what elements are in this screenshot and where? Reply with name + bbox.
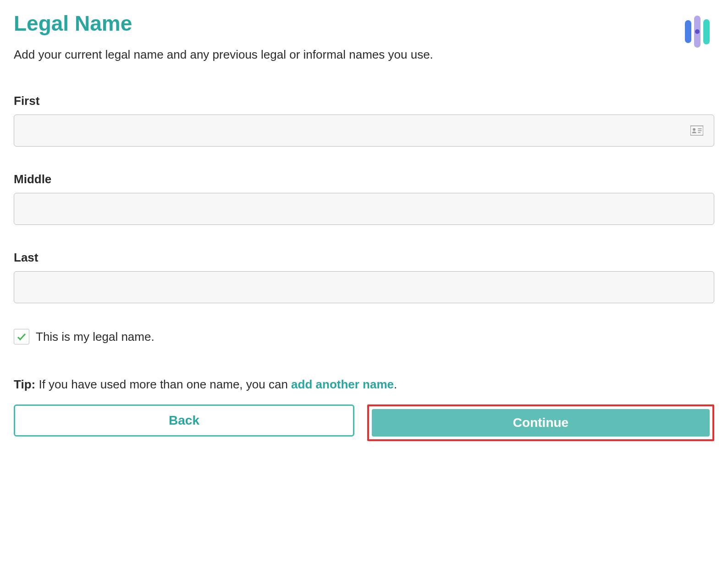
tip-text: Tip: If you have used more than one name…: [14, 377, 714, 392]
svg-rect-2: [698, 128, 701, 129]
page-subtitle: Add your current legal name and any prev…: [14, 48, 714, 62]
legal-name-checkbox[interactable]: [14, 329, 29, 344]
tip-suffix: .: [394, 377, 397, 391]
middle-name-input[interactable]: [14, 193, 714, 225]
svg-rect-3: [698, 130, 701, 131]
last-name-input[interactable]: [14, 271, 714, 303]
back-button[interactable]: Back: [14, 404, 354, 437]
last-name-label: Last: [14, 251, 714, 265]
checkmark-icon: [16, 331, 27, 342]
first-name-input[interactable]: [14, 115, 714, 147]
add-another-name-link[interactable]: add another name: [291, 377, 394, 391]
tip-body: If you have used more than one name, you…: [35, 377, 291, 391]
middle-name-label: Middle: [14, 172, 714, 186]
first-name-group: First: [14, 94, 714, 147]
first-name-label: First: [14, 94, 714, 108]
legal-name-checkbox-label: This is my legal name.: [36, 330, 154, 344]
svg-rect-4: [698, 132, 700, 133]
continue-button-highlight: Continue: [367, 404, 714, 441]
middle-name-group: Middle: [14, 172, 714, 225]
tip-prefix: Tip:: [14, 377, 35, 391]
logo-icon: [685, 16, 710, 48]
svg-point-1: [693, 128, 695, 131]
continue-button[interactable]: Continue: [372, 409, 710, 437]
id-card-icon: [690, 126, 703, 136]
last-name-group: Last: [14, 251, 714, 303]
page-title: Legal Name: [14, 11, 132, 36]
